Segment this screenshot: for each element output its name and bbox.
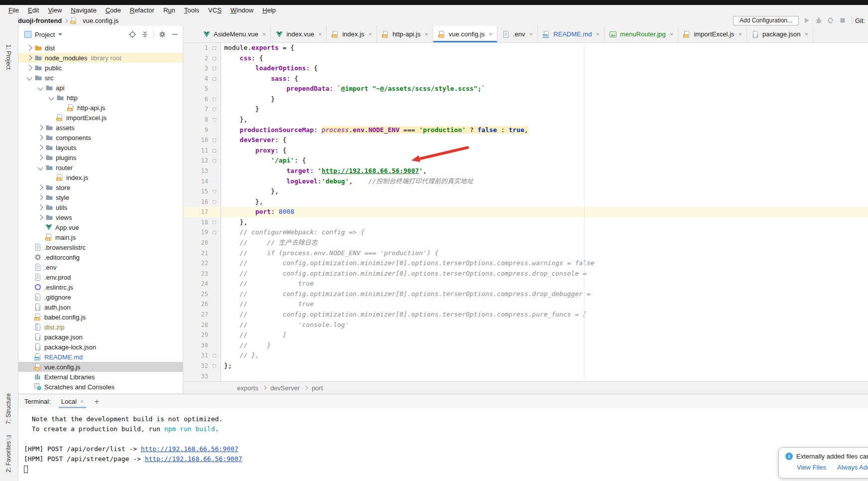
- fold-marker[interactable]: [213, 159, 216, 162]
- tree-item-layouts[interactable]: layouts: [18, 143, 183, 153]
- code-line-1[interactable]: 1module.exports = {: [183, 43, 868, 53]
- editor-tab-env[interactable]: .env×: [497, 26, 538, 42]
- tree-chevron-icon[interactable]: [37, 155, 43, 160]
- fold-marker[interactable]: [213, 67, 216, 70]
- tree-item-api[interactable]: api: [18, 83, 183, 93]
- tree-item-dist-zip[interactable]: dist.zip: [18, 322, 183, 332]
- tree-item-browserslistrc[interactable]: .browserslistrc: [18, 242, 183, 252]
- tree-item-assets[interactable]: assets: [18, 123, 183, 133]
- close-icon[interactable]: ×: [262, 30, 266, 38]
- tree-item-editorconfig[interactable]: .editorconfig: [18, 252, 183, 262]
- tree-chevron-icon[interactable]: [37, 145, 43, 150]
- toolwindow-button-favorites[interactable]: 2: Favorites: [5, 441, 12, 473]
- terminal-cursor[interactable]: [24, 466, 28, 473]
- tree-chevron-icon[interactable]: [48, 95, 54, 100]
- fold-marker[interactable]: [213, 149, 216, 153]
- editor-tab-index-js[interactable]: JSindex.js×: [327, 26, 377, 42]
- close-icon[interactable]: ×: [80, 398, 84, 405]
- code-line-6[interactable]: 6 }: [183, 94, 868, 105]
- tree-item-utils[interactable]: utils: [18, 202, 183, 212]
- editor-tab-asidemenu-vue[interactable]: AsideMenu.vue×: [198, 26, 271, 42]
- gear-icon[interactable]: [158, 30, 166, 38]
- toolwindow-button-project[interactable]: 1: Project: [5, 44, 12, 70]
- collapse-all-icon[interactable]: [141, 30, 149, 38]
- tree-chevron-icon[interactable]: [37, 85, 43, 90]
- fold-marker[interactable]: [213, 200, 216, 204]
- fold-marker[interactable]: [213, 118, 216, 122]
- tree-item-node-modules[interactable]: node_moduleslibrary root: [18, 53, 183, 63]
- fold-marker[interactable]: [213, 354, 216, 357]
- code-line-26[interactable]: 26 // true: [183, 299, 868, 310]
- git-label[interactable]: Git:: [855, 17, 865, 24]
- menu-edit[interactable]: Edit: [23, 6, 43, 14]
- tree-item-package-json[interactable]: {..}package.json: [18, 332, 183, 342]
- tree-item-views[interactable]: views: [18, 212, 183, 222]
- code-line-31[interactable]: 31 // },: [183, 350, 868, 361]
- tree-chevron-icon[interactable]: [37, 125, 43, 130]
- editor-tab-menurouter-jpg[interactable]: menuRouter.jpg×: [605, 26, 678, 42]
- new-terminal-button[interactable]: +: [94, 397, 99, 406]
- menu-view[interactable]: View: [43, 6, 66, 14]
- close-icon[interactable]: ×: [369, 30, 372, 38]
- tree-item-scratches-and-consoles[interactable]: Scratches and Consoles: [18, 382, 183, 392]
- editor-tab-vue-config-js[interactable]: JSvue.config.js×: [433, 26, 497, 42]
- tree-item-plugins[interactable]: plugins: [18, 153, 183, 162]
- tree-item-vue-config-js[interactable]: JSvue.config.js: [18, 362, 183, 372]
- menu-vcs[interactable]: VCS: [204, 6, 226, 14]
- code-line-10[interactable]: 10 devServer: {: [183, 135, 868, 146]
- stop-icon[interactable]: [839, 16, 847, 24]
- breadcrumb-devserver[interactable]: devServer: [270, 384, 300, 392]
- code-line-18[interactable]: 18 },: [183, 217, 868, 228]
- project-panel-title[interactable]: Project: [35, 31, 55, 38]
- tree-item-auth-json[interactable]: {..}auth.json: [18, 302, 183, 312]
- menu-run[interactable]: Run: [159, 6, 180, 14]
- close-icon[interactable]: ×: [670, 30, 674, 38]
- tree-item-env-prod[interactable]: .env.prod: [18, 272, 183, 282]
- tree-item-importexcel-js[interactable]: JSimportExcel.js: [18, 113, 183, 123]
- tree-item-babel-config-js[interactable]: JSbabel.config.js: [18, 312, 183, 322]
- code-line-17[interactable]: 17 port: 8008: [183, 207, 868, 217]
- code-line-24[interactable]: 24 // true: [183, 279, 868, 289]
- editor-tab-importexcel-js[interactable]: JSimportExcel.js×: [678, 26, 747, 42]
- code-line-29[interactable]: 29 // ]: [183, 330, 868, 340]
- editor-tab-http-api-js[interactable]: JShttp-api.js×: [377, 26, 433, 42]
- code-line-30[interactable]: 30 // }: [183, 340, 868, 351]
- run-icon[interactable]: [803, 16, 811, 24]
- close-icon[interactable]: ×: [805, 30, 809, 38]
- menu-window[interactable]: Window: [226, 6, 258, 14]
- code-line-2[interactable]: 2 css: {: [183, 53, 868, 64]
- code-line-32[interactable]: 32};: [183, 361, 868, 371]
- fold-marker[interactable]: [213, 57, 216, 60]
- breadcrumb-file[interactable]: vue.config.js: [83, 17, 119, 24]
- code-line-9[interactable]: 9 productionSourceMap: process.env.NODE_…: [183, 125, 868, 136]
- tree-item-router[interactable]: router: [18, 162, 183, 172]
- editor-tab-readme-md[interactable]: MDREADME.md×: [538, 26, 605, 42]
- code-line-28[interactable]: 28 // 'console.log': [183, 320, 868, 330]
- close-icon[interactable]: ×: [738, 30, 742, 38]
- code-line-15[interactable]: 15 },: [183, 186, 868, 197]
- fold-marker[interactable]: [213, 190, 216, 193]
- tree-chevron-icon[interactable]: [37, 184, 43, 190]
- code-line-33[interactable]: 33: [183, 371, 868, 382]
- tree-item-gitignore[interactable]: .gitignore: [18, 292, 183, 302]
- code-editor[interactable]: 1module.exports = {2 css: {3 loaderOptio…: [183, 43, 868, 381]
- code-line-20[interactable]: 20 // // 生产去除日志: [183, 238, 868, 248]
- tree-item-public[interactable]: public: [18, 63, 183, 73]
- fold-marker[interactable]: [213, 221, 216, 224]
- code-line-27[interactable]: 27 // config.optimization.minimizer[0].o…: [183, 310, 868, 320]
- close-icon[interactable]: ×: [596, 30, 600, 38]
- code-line-25[interactable]: 25 // config.optimization.minimizer[0].o…: [183, 289, 868, 300]
- tree-chevron-icon[interactable]: [26, 55, 32, 60]
- code-line-8[interactable]: 8 },: [183, 115, 868, 125]
- menu-refactor[interactable]: Refactor: [125, 6, 159, 14]
- locate-file-icon[interactable]: [128, 30, 136, 38]
- code-line-19[interactable]: 19 // configureWebpack: config => {: [183, 227, 868, 238]
- tree-chevron-icon[interactable]: [37, 135, 43, 140]
- code-line-11[interactable]: 11 proxy: {: [183, 146, 868, 156]
- fold-marker[interactable]: [213, 98, 216, 101]
- terminal-tab-local[interactable]: Local ×: [59, 394, 87, 408]
- tree-chevron-icon[interactable]: [26, 65, 32, 70]
- code-line-22[interactable]: 22 // config.optimization.minimizer[0].o…: [183, 258, 868, 269]
- menu-code[interactable]: Code: [101, 6, 125, 14]
- tree-chevron-icon[interactable]: [37, 214, 43, 220]
